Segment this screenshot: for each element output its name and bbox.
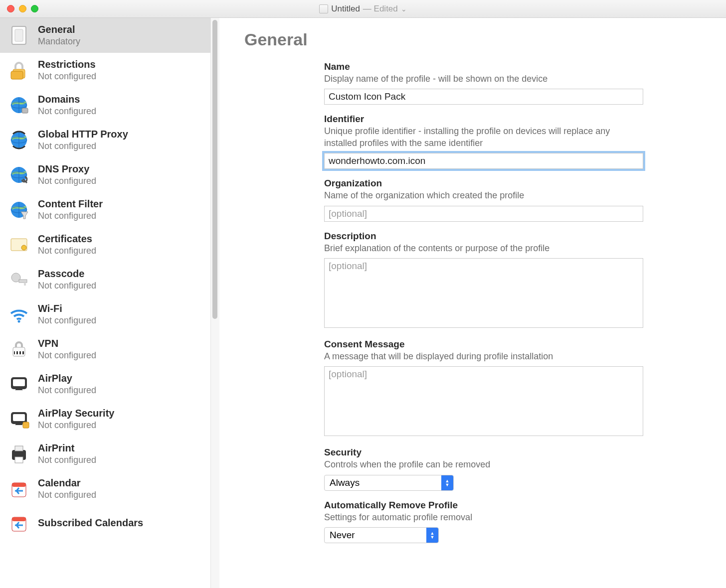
sidebar-item-subtitle: Not configured xyxy=(38,211,103,221)
key-icon xyxy=(8,269,30,291)
description-label: Description xyxy=(324,231,643,242)
sidebar-item-title: Calendar xyxy=(38,477,96,489)
identifier-input[interactable] xyxy=(324,153,643,169)
sidebar-item-subtitle: Not configured xyxy=(38,420,114,431)
sidebar-item-subtitle: Not configured xyxy=(38,490,96,500)
sidebar-item-subtitle: Not configured xyxy=(38,246,96,256)
organization-help: Name of the organization which created t… xyxy=(324,190,643,201)
autoremove-help: Settings for automatic profile removal xyxy=(324,512,643,523)
svg-rect-3 xyxy=(11,71,23,79)
field-autoremove: Automatically Remove Profile Settings fo… xyxy=(324,500,643,543)
wifi-icon xyxy=(8,303,30,325)
field-consent: Consent Message A message that will be d… xyxy=(324,339,643,438)
sidebar-item-dnsproxy[interactable]: DNS ProxyNot configured xyxy=(0,157,219,192)
lock-icon xyxy=(8,59,30,81)
sidebar-item-contentfilter[interactable]: Content FilterNot configured xyxy=(0,192,219,227)
sidebar-item-subtitle: Mandatory xyxy=(38,36,80,47)
svg-rect-21 xyxy=(24,283,26,286)
sidebar-item-subtitle: Not configured xyxy=(38,141,128,151)
sidebar-item-passcode[interactable]: PasscodeNot configured xyxy=(0,262,219,297)
sidebar-item-airplay[interactable]: AirPlayNot configured xyxy=(0,367,219,402)
svg-rect-20 xyxy=(19,280,27,283)
sidebar-item-title: AirPlay Security xyxy=(38,408,114,419)
security-help: Controls when the profile can be removed xyxy=(324,459,643,470)
zoom-window-button[interactable] xyxy=(31,5,38,12)
autoremove-select-value: Never xyxy=(325,528,360,543)
stepper-icon: ▲▼ xyxy=(441,475,453,490)
description-help: Brief explanation of the contents or pur… xyxy=(324,243,643,254)
consent-help: A message that will be displayed during … xyxy=(324,351,643,362)
sidebar-item-restrictions[interactable]: RestrictionsNot configured xyxy=(0,53,219,88)
organization-label: Organization xyxy=(324,178,643,189)
svg-rect-36 xyxy=(15,457,23,463)
window-controls xyxy=(7,5,38,12)
sidebar-item-title: Subscribed Calendars xyxy=(38,517,143,529)
sidebar-scrollbar-track[interactable] xyxy=(210,18,219,588)
consent-input[interactable] xyxy=(324,366,643,436)
sidebar-item-wifi[interactable]: Wi-FiNot configured xyxy=(0,297,219,332)
svg-rect-27 xyxy=(18,351,19,354)
globe-wrench-icon xyxy=(8,164,30,186)
svg-rect-35 xyxy=(15,446,23,451)
svg-rect-33 xyxy=(23,422,29,428)
certificate-icon xyxy=(8,234,30,256)
sidebar: GeneralMandatoryRestrictionsNot configur… xyxy=(0,18,219,588)
field-security: Security Controls when the profile can b… xyxy=(324,447,643,490)
document-state: — Edited xyxy=(363,4,398,14)
name-help: Display name of the profile - will be sh… xyxy=(324,73,643,85)
sidebar-item-httpproxy[interactable]: Global HTTP ProxyNot configured xyxy=(0,123,219,157)
security-select[interactable]: Always ▲▼ xyxy=(324,475,454,491)
stepper-icon: ▲▼ xyxy=(426,528,438,543)
sidebar-item-subtitle: Not configured xyxy=(38,176,96,186)
chevron-down-icon[interactable]: ⌄ xyxy=(401,5,407,13)
autoremove-label: Automatically Remove Profile xyxy=(324,500,643,511)
airplay-icon xyxy=(8,373,30,395)
field-description: Description Brief explanation of the con… xyxy=(324,231,643,330)
name-input[interactable] xyxy=(324,89,643,105)
svg-rect-38 xyxy=(12,483,26,487)
sidebar-item-subtitle: Not configured xyxy=(38,385,96,396)
sidebar-item-vpn[interactable]: VPNNot configured xyxy=(0,332,219,367)
sidebar-item-subtitle: Not configured xyxy=(38,281,96,291)
field-identifier: Identifier Unique profile identifier - i… xyxy=(324,114,643,169)
sidebar-item-general[interactable]: GeneralMandatory xyxy=(0,18,219,53)
globe-funnel-icon xyxy=(8,199,30,221)
sidebar-item-airprint[interactable]: AirPrintNot configured xyxy=(0,437,219,471)
svg-rect-32 xyxy=(13,414,25,421)
minimize-window-button[interactable] xyxy=(19,5,26,12)
sidebar-item-subtitle: Not configured xyxy=(38,350,96,361)
general-icon xyxy=(8,24,30,46)
svg-rect-40 xyxy=(12,517,26,521)
globe-cycle-icon xyxy=(8,129,30,151)
sidebar-item-subtitle: Not configured xyxy=(38,315,96,326)
sidebar-item-calendar[interactable]: CalendarNot configured xyxy=(0,471,219,506)
name-label: Name xyxy=(324,61,643,72)
identifier-help: Unique profile identifier - installing t… xyxy=(324,126,643,149)
sidebar-item-title: Certificates xyxy=(38,233,96,245)
sidebar-item-title: AirPlay xyxy=(38,373,96,384)
sidebar-item-title: Passcode xyxy=(38,268,96,280)
field-organization: Organization Name of the organization wh… xyxy=(324,178,643,221)
sidebar-item-subtitle: Not configured xyxy=(38,106,96,117)
window-title: Untitled — Edited ⌄ xyxy=(0,4,726,14)
close-window-button[interactable] xyxy=(7,5,14,12)
document-icon xyxy=(319,4,328,13)
sidebar-item-title: Restrictions xyxy=(38,59,96,70)
svg-rect-1 xyxy=(15,29,23,41)
sidebar-item-domains[interactable]: DomainsNot configured xyxy=(0,88,219,123)
sidebar-item-certificates[interactable]: CertificatesNot configured xyxy=(0,227,219,262)
description-input[interactable] xyxy=(324,258,643,328)
svg-point-18 xyxy=(21,245,26,250)
sidebar-item-subcal[interactable]: Subscribed Calendars xyxy=(0,506,219,540)
sidebar-scrollbar-thumb[interactable] xyxy=(212,20,217,319)
security-label: Security xyxy=(324,447,643,458)
sidebar-item-title: DNS Proxy xyxy=(38,163,96,175)
svg-rect-7 xyxy=(22,108,28,113)
organization-input[interactable] xyxy=(324,206,643,222)
calendar-sub-icon xyxy=(8,512,30,534)
titlebar: Untitled — Edited ⌄ xyxy=(0,0,726,18)
sidebar-item-title: Domains xyxy=(38,94,96,105)
sidebar-item-title: Content Filter xyxy=(38,198,103,210)
autoremove-select[interactable]: Never ▲▼ xyxy=(324,527,439,543)
sidebar-item-airplaysec[interactable]: AirPlay SecurityNot configured xyxy=(0,402,219,437)
